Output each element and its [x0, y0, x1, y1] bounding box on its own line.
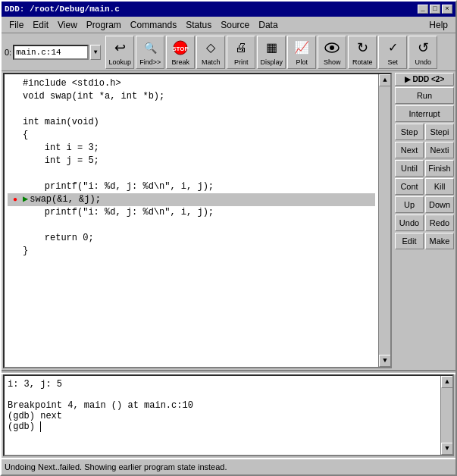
up-button[interactable]: Up: [395, 196, 424, 213]
toolbar: 0: ▼ ↩ Lookup 🔍 Find>> STOP Break ◇ Matc…: [2, 33, 455, 71]
scroll-down-button[interactable]: ▼: [379, 355, 391, 367]
maximize-button[interactable]: □: [430, 5, 440, 14]
console-line-2: [8, 390, 437, 400]
code-line-4: int main(void): [8, 116, 375, 129]
toolbar-undo-button[interactable]: ↺ Undo: [408, 36, 437, 69]
code-line-15: [8, 258, 375, 271]
code-line-12: [8, 219, 375, 232]
until-button[interactable]: Until: [395, 160, 424, 177]
menu-file[interactable]: File: [5, 18, 28, 32]
print-icon: 🖨: [232, 39, 250, 57]
toolbar-display-button[interactable]: ▦ Display: [257, 36, 286, 69]
set-icon: ✓: [383, 39, 402, 57]
code-text-5: {: [23, 129, 375, 142]
make-button[interactable]: Make: [425, 233, 454, 249]
find-icon: 🔍: [141, 39, 159, 57]
code-text-3: [23, 103, 375, 116]
console-panel: i: 3, j: 5 Breakpoint 4, main () at main…: [3, 374, 454, 456]
plot-icon: 📈: [293, 39, 311, 57]
redo-button[interactable]: Redo: [425, 215, 454, 231]
code-text-7: int j = 5;: [23, 155, 375, 168]
rotate-icon: ↻: [353, 39, 371, 57]
console-line-5: (gdb): [8, 421, 437, 432]
code-line-6: int i = 3;: [8, 142, 375, 155]
code-text-15: [23, 258, 375, 271]
location-label: 0:: [5, 48, 11, 57]
code-line-10: ● ▶ swap(&i, &j);: [8, 193, 375, 206]
toolbar-break-button[interactable]: STOP Break: [166, 36, 195, 69]
scroll-up-button[interactable]: ▲: [379, 74, 391, 86]
code-line-3: [8, 103, 375, 116]
close-button[interactable]: ×: [442, 5, 452, 14]
kill-button[interactable]: Kill: [425, 178, 454, 195]
interrupt-button[interactable]: Interrupt: [395, 105, 454, 122]
code-line-5: {: [8, 129, 375, 142]
menu-program[interactable]: Program: [82, 18, 126, 32]
menu-status[interactable]: Status: [181, 18, 216, 32]
code-text-10: swap(&i, &j);: [30, 193, 375, 206]
code-line-13: return 0;: [8, 232, 375, 245]
stepi-button[interactable]: Stepi: [425, 124, 454, 140]
content-area: #include <stdio.h> void swap(int *a, int…: [2, 71, 455, 458]
next-button[interactable]: Next: [395, 142, 424, 158]
upper-section: #include <stdio.h> void swap(int *a, int…: [2, 71, 455, 370]
menu-help[interactable]: Help: [424, 18, 452, 32]
console-scroll-down[interactable]: ▼: [441, 443, 453, 455]
location-dropdown[interactable]: ▼: [90, 45, 101, 60]
toolbar-print-button[interactable]: 🖨 Print: [227, 36, 255, 69]
cont-button[interactable]: Cont: [395, 178, 424, 195]
code-line-9: printf("i: %d, j: %d\n", i, j);: [8, 180, 375, 193]
next-row: Next Nexti: [395, 142, 454, 158]
title-bar: DDD: /root/Debug/main.c _ □ ×: [2, 2, 455, 17]
toolbar-match-button[interactable]: ◇ Match: [196, 36, 225, 69]
toolbar-rotate-button[interactable]: ↻ Rotate: [348, 36, 377, 69]
menu-commands[interactable]: Commands: [126, 18, 181, 32]
undo-row: Undo Redo: [395, 215, 454, 231]
code-line-1: #include <stdio.h>: [8, 77, 375, 90]
menu-view[interactable]: View: [53, 18, 82, 32]
toolbar-plot-button[interactable]: 📈 Plot: [287, 36, 316, 69]
match-icon: ◇: [202, 39, 220, 57]
code-line-2: void swap(int *a, int *b);: [8, 90, 375, 103]
location-input[interactable]: [13, 45, 89, 60]
code-text-2: void swap(int *a, int *b);: [23, 90, 375, 103]
code-line-11: printf("i: %d, j: %d\n", i, j);: [8, 206, 375, 219]
menu-data[interactable]: Data: [254, 18, 282, 32]
location-bar: 0: ▼: [5, 45, 101, 60]
window-title: DDD: /root/Debug/main.c: [5, 5, 120, 14]
code-text-8: [23, 168, 375, 180]
step-button[interactable]: Step: [395, 124, 424, 140]
app-window: DDD: /root/Debug/main.c _ □ × File Edit …: [0, 0, 457, 476]
source-panel: #include <stdio.h> void swap(int *a, int…: [3, 73, 392, 368]
scroll-thumb[interactable]: [379, 86, 390, 355]
menu-edit[interactable]: Edit: [28, 18, 53, 32]
run-button[interactable]: Run: [395, 87, 454, 104]
nexti-button[interactable]: Nexti: [425, 142, 454, 158]
menu-bar: File Edit View Program Commands Status S…: [2, 17, 455, 33]
console-content[interactable]: i: 3, j: 5 Breakpoint 4, main () at main…: [5, 376, 440, 455]
toolbar-find-button[interactable]: 🔍 Find>>: [136, 36, 164, 69]
ddd-panel: ▶ DDD <2> Run Interrupt Step Stepi Next …: [393, 71, 455, 370]
window-controls: _ □ ×: [418, 5, 452, 14]
code-text-13: return 0;: [23, 232, 375, 245]
edit-button[interactable]: Edit: [395, 233, 424, 249]
menu-source[interactable]: Source: [216, 18, 254, 32]
console-scroll-thumb[interactable]: [441, 388, 452, 443]
toolbar-set-button[interactable]: ✓ Set: [378, 36, 407, 69]
console-scrollbar: ▲ ▼: [440, 376, 452, 455]
code-text-1: #include <stdio.h>: [23, 77, 375, 90]
source-code: #include <stdio.h> void swap(int *a, int…: [5, 74, 378, 367]
toolbar-show-button[interactable]: Show: [318, 36, 346, 69]
code-text-6: int i = 3;: [23, 142, 375, 155]
svg-text:STOP: STOP: [172, 45, 189, 52]
minimize-button[interactable]: _: [418, 5, 428, 14]
toolbar-lookup-button[interactable]: ↩ Lookup: [105, 36, 134, 69]
undo-button[interactable]: Undo: [395, 215, 424, 231]
show-icon: [323, 39, 341, 57]
break-icon: STOP: [171, 39, 189, 57]
down-button[interactable]: Down: [425, 196, 454, 213]
undo-icon: ↺: [414, 39, 432, 57]
finish-button[interactable]: Finish: [425, 160, 454, 177]
console-scroll-up[interactable]: ▲: [441, 376, 453, 388]
code-text-4: int main(void): [23, 116, 375, 129]
